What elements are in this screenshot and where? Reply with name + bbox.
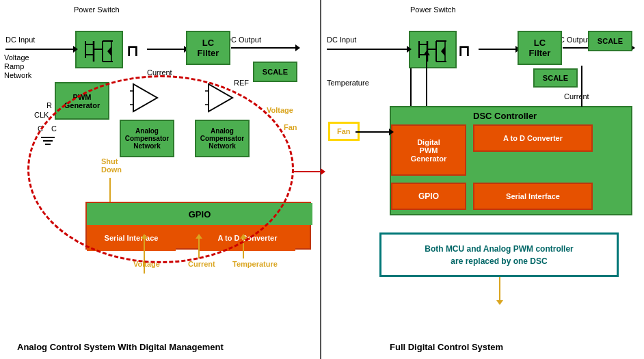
arrow-pwm-to-switch: [426, 55, 427, 106]
voltage-label-right: Voltage: [267, 106, 293, 114]
dc-input-arrow-right: [327, 49, 407, 50]
ato-d-right: A to D Converter: [473, 124, 593, 152]
arrow-fan-right: [355, 131, 390, 133]
dc-input-label-left: DC Input: [5, 36, 35, 44]
comparator2-left: [205, 81, 236, 116]
comparator1-left: [130, 81, 161, 116]
squarewave-left: ⊓: [126, 42, 138, 60]
right-caption: Full Digital Control System: [390, 342, 503, 352]
current-bottom-label: Current: [188, 260, 215, 268]
scale-left: SCALE: [253, 62, 297, 82]
dsc-controller-label: DSC Controller: [473, 111, 537, 121]
current-label-left: Current: [147, 68, 172, 77]
dsc-block: DSC Controller DigitalPWMGenerator A to …: [390, 106, 632, 215]
analog-comp2-left: AnalogCompensatorNetwork: [195, 120, 250, 157]
dsc-note: Both MCU and Analog PWM controller are r…: [379, 232, 619, 277]
temperature-bottom-label: Temperature: [232, 260, 278, 268]
voltage-ramp-label: VoltageRampNetwork: [4, 53, 31, 81]
c1-label: C: [38, 124, 43, 133]
power-switch-label-right: Power Switch: [410, 5, 456, 14]
arrow-shutdown: [109, 178, 111, 202]
svg-marker-8: [107, 46, 111, 56]
left-caption: Analog Control System With Digital Manag…: [17, 342, 224, 352]
temperature-label-right: Temperature: [327, 79, 369, 87]
serial-interface-left: Serial Interface: [87, 225, 176, 251]
power-switch-block-right: [409, 31, 457, 68]
clk-label: CLK: [34, 111, 49, 119]
squarewave-right: ⊓: [458, 42, 470, 60]
fan-label-left: Fan: [284, 123, 297, 131]
lc-filter-left: LC Filter: [186, 31, 230, 65]
gpio-right: GPIO: [391, 183, 466, 210]
svg-marker-10: [133, 84, 157, 111]
dc-input-label-right: DC Input: [327, 36, 356, 44]
left-panel: DC Input DC Output Power Switch ⊓ LC Fil…: [0, 0, 321, 359]
arrow-v-current-right: [581, 66, 582, 107]
right-panel: DC Input DC Output Power Switch ⊓ LCFilt…: [321, 0, 644, 359]
arrow-current-up: [198, 238, 200, 258]
voltage-bottom-label: Voltage: [133, 260, 160, 268]
current-label-right: Current: [564, 92, 589, 101]
arrow-down-yellow-right: [499, 277, 500, 301]
arrow-to-lc-right: [479, 49, 516, 50]
pwm-generator-left: PWMGenerator: [55, 82, 109, 120]
c2-label: C: [51, 124, 57, 133]
arrow-to-lc-left: [147, 49, 185, 50]
dc-output-label-left: DC Output: [226, 36, 261, 44]
serial-interface-right: Serial Interface: [473, 183, 593, 210]
r-label: R: [46, 101, 52, 109]
lc-filter-right: LCFilter: [518, 31, 562, 65]
dc-output-arrow-left: [231, 47, 296, 49]
red-arrow-right: [294, 171, 321, 172]
digital-pwm-block: DigitalPWMGenerator: [391, 124, 466, 176]
ref-label: REF: [234, 79, 249, 87]
scale-mid-right: SCALE: [533, 68, 578, 88]
power-switch-label-left: Power Switch: [74, 5, 120, 14]
analog-comp1-left: AnalogCompensatorNetwork: [120, 120, 174, 157]
svg-marker-24: [441, 46, 445, 56]
ato-d-left: A to D Converter: [200, 225, 295, 251]
ground1-left: [41, 137, 55, 145]
dc-input-arrow-left: [5, 49, 74, 50]
svg-marker-13: [209, 84, 232, 111]
arrow-temperature-up: [243, 238, 244, 258]
power-switch-block-left: [75, 31, 123, 68]
fan-label-right: Fan: [328, 122, 360, 141]
shutdown-label: ShutDown: [101, 157, 122, 174]
scale-top-right: SCALE: [588, 31, 632, 51]
arrow-v-temp-right: [410, 68, 412, 106]
arrow-voltage-up: [144, 238, 145, 274]
gpio-left: GPIO: [87, 203, 312, 225]
